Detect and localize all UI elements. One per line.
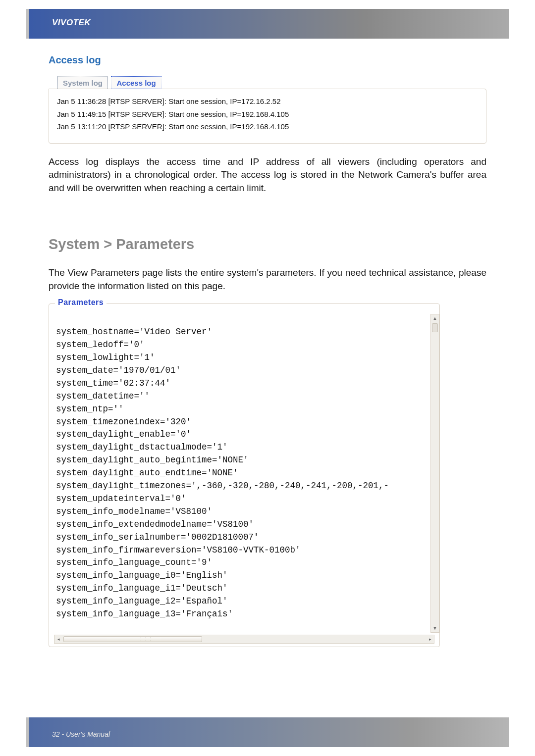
tab-access-log[interactable]: Access log — [111, 76, 161, 89]
parameters-legend: Parameters — [55, 298, 107, 307]
param-line: system_hostname='Video Server' — [56, 327, 212, 337]
log-line: Jan 5 11:49:15 [RTSP SERVER]: Start one … — [57, 108, 478, 121]
header-bar — [26, 9, 509, 39]
tab-system-log[interactable]: System log — [57, 76, 108, 89]
param-line: system_daylight_enable='0' — [56, 429, 191, 439]
param-line: system_daylight_auto_endtime='NONE' — [56, 468, 238, 478]
param-line: system_info_language_i3='Français' — [56, 609, 233, 619]
horizontal-scroll-thumb[interactable] — [63, 636, 202, 642]
footer-label: 32 - User's Manual — [52, 730, 110, 738]
access-log-box: Jan 5 11:36:28 [RTSP SERVER]: Start one … — [49, 89, 486, 144]
param-line: system_date='1970/01/01' — [56, 365, 181, 375]
param-line: system_info_serialnumber='0002D1810007' — [56, 532, 259, 542]
param-line: system_lowlight='1' — [56, 353, 155, 362]
param-line: system_info_extendedmodelname='VS8100' — [56, 519, 254, 529]
horizontal-scrollbar[interactable]: ◂ ⋮⋮⋮ ▸ — [54, 635, 434, 644]
param-line: system_info_firmwareversion='VS8100-VVTK… — [56, 545, 301, 555]
vertical-scrollbar[interactable]: ▲ ▼ — [430, 314, 439, 632]
parameters-description: The View Parameters page lists the entir… — [49, 266, 486, 293]
scroll-down-icon[interactable]: ▼ — [431, 624, 439, 632]
param-line: system_time='02:37:44' — [56, 378, 170, 388]
content-area: Access log System log Access log Jan 5 1… — [49, 54, 486, 647]
param-line: system_daylight_timezones=',-360,-320,-2… — [56, 481, 389, 491]
param-line: system_info_language_i0='English' — [56, 570, 228, 580]
param-line: system_daylight_dstactualmode='1' — [56, 442, 228, 452]
scroll-grip-icon: ⋮⋮⋮ — [139, 637, 154, 642]
param-line: system_daylight_auto_begintime='NONE' — [56, 455, 249, 465]
param-line: system_updateinterval='0' — [56, 494, 186, 504]
parameters-list[interactable]: system_hostname='Video Server' system_le… — [54, 313, 434, 633]
scroll-up-icon[interactable]: ▲ — [431, 314, 439, 322]
access-log-title: Access log — [49, 54, 486, 66]
param-line: system_datetime='' — [56, 391, 150, 401]
param-line: system_ledoff='0' — [56, 340, 145, 350]
scroll-right-icon[interactable]: ▸ — [426, 635, 434, 643]
vertical-scroll-thumb[interactable] — [432, 323, 438, 332]
param-line: system_info_language_count='9' — [56, 557, 212, 567]
param-line: system_ntp='' — [56, 404, 124, 414]
access-log-description: Access log displays the access time and … — [49, 155, 486, 195]
param-line: system_timezoneindex='320' — [56, 417, 191, 427]
page-root: VIVOTEK Access log System log Access log… — [0, 0, 535, 756]
log-line: Jan 5 11:36:28 [RTSP SERVER]: Start one … — [57, 95, 478, 108]
parameters-fieldset: Parameters system_hostname='Video Server… — [49, 303, 440, 647]
param-line: system_info_language_i1='Deutsch' — [56, 583, 228, 593]
parameters-heading: System > Parameters — [49, 236, 486, 252]
scroll-left-icon[interactable]: ◂ — [54, 635, 62, 643]
log-line: Jan 5 13:11:20 [RTSP SERVER]: Start one … — [57, 120, 478, 133]
brand-label: VIVOTEK — [52, 18, 91, 28]
param-line: system_info_modelname='VS8100' — [56, 506, 212, 516]
log-tabs: System log Access log — [49, 76, 486, 89]
param-line: system_info_language_i2='Español' — [56, 596, 228, 606]
